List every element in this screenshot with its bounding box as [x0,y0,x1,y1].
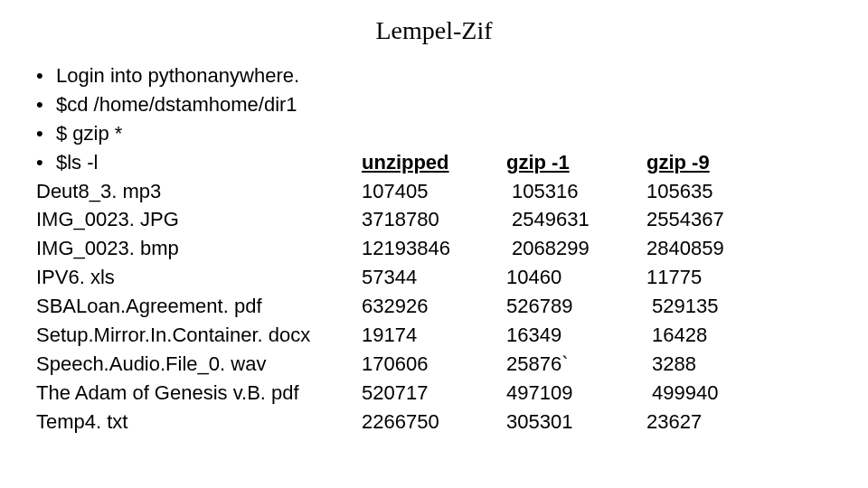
spacer [646,61,782,90]
cell-value: 2068299 [506,234,646,263]
bullet-text: $ls -l [56,148,98,177]
spacer [646,90,782,119]
file-name: Temp4. txt [36,408,362,436]
bullet-item: •Login into pythonanywhere. [36,61,362,90]
cell-value: 305301 [506,408,646,436]
cell-value: 57344 [362,263,506,292]
bullet-dot-icon: • [36,90,56,119]
cell-value: 3288 [646,350,782,379]
cell-value: 526789 [506,292,646,321]
cell-value: 16349 [506,321,646,350]
file-name: Deut8_3. mp3 [36,177,362,206]
file-name: SBALoan.Agreement. pdf [36,292,362,321]
cell-value: 529135 [646,292,782,321]
bullet-text: $ gzip * [56,119,122,148]
cell-value: 632926 [362,292,506,321]
cell-value: 2549631 [506,205,646,234]
cell-value: 2266750 [362,408,506,436]
cell-value: 12193846 [362,234,506,263]
spacer [362,61,506,90]
file-column: •Login into pythonanywhere. •$cd /home/d… [36,61,362,436]
bullet-text: $cd /home/dstamhome/dir1 [56,90,297,119]
bullet-item: •$cd /home/dstamhome/dir1 [36,90,362,119]
spacer [362,119,506,148]
gzip9-column: gzip -9 105635 2554367 2840859 11775 529… [646,61,782,436]
cell-value: 107405 [362,177,506,206]
cell-value: 170606 [362,350,506,379]
file-name: IMG_0023. bmp [36,234,362,263]
bullet-dot-icon: • [36,148,56,177]
cell-value: 23627 [646,408,782,436]
cell-value: 25876` [506,350,646,379]
slide-body: •Login into pythonanywhere. •$cd /home/d… [36,61,832,436]
cell-value: 499940 [646,379,782,408]
cell-value: 520717 [362,379,506,408]
unzipped-column: unzipped 107405 3718780 12193846 57344 6… [362,61,506,436]
cell-value: 497109 [506,379,646,408]
slide: Lempel-Zif •Login into pythonanywhere. •… [0,0,868,488]
cell-value: 19174 [362,321,506,350]
cell-value: 2554367 [646,205,782,234]
cell-value: 3718780 [362,205,506,234]
spacer [362,90,506,119]
bullet-item: •$ls -l [36,148,362,177]
bullet-item: •$ gzip * [36,119,362,148]
bullet-dot-icon: • [36,119,56,148]
gzip1-column: gzip -1 105316 2549631 2068299 10460 526… [506,61,646,436]
column-header-gzip9: gzip -9 [646,148,782,177]
column-header-unzipped: unzipped [362,148,506,177]
bullet-dot-icon: • [36,61,56,90]
file-name: IPV6. xls [36,263,362,292]
slide-title: Lempel-Zif [36,16,832,45]
cell-value: 2840859 [646,234,782,263]
bullet-text: Login into pythonanywhere. [56,61,299,90]
file-name: IMG_0023. JPG [36,205,362,234]
cell-value: 105635 [646,177,782,206]
cell-value: 11775 [646,263,782,292]
spacer [646,119,782,148]
file-name: Speech.Audio.File_0. wav [36,350,362,379]
cell-value: 10460 [506,263,646,292]
cell-value: 105316 [506,177,646,206]
spacer [506,61,646,90]
spacer [506,119,646,148]
column-header-gzip1: gzip -1 [506,148,646,177]
file-name: The Adam of Genesis v.B. pdf [36,379,362,408]
file-name: Setup.Mirror.In.Container. docx [36,321,362,350]
cell-value: 16428 [646,321,782,350]
spacer [506,90,646,119]
